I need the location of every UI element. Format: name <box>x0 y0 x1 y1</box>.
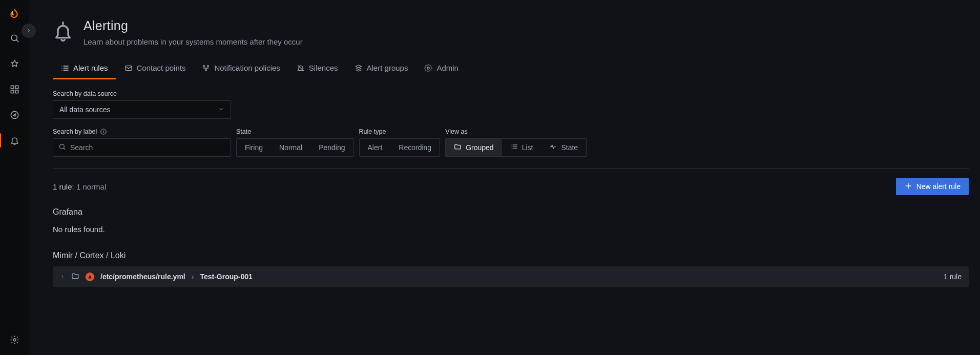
ruletype-segmented: Alert Recording <box>359 138 441 157</box>
rule-group-path: /etc/prometheus/rule.yml <box>100 273 185 281</box>
svg-point-11 <box>427 67 429 69</box>
nav-dashboards-icon[interactable] <box>4 79 25 99</box>
label-search-label: Search by label <box>53 128 231 135</box>
page-header: Alerting Learn about problems in your sy… <box>29 0 980 51</box>
nav-settings-icon[interactable] <box>4 329 25 350</box>
rule-group-row[interactable]: /etc/prometheus/rule.yml › Test-Group-00… <box>53 266 969 287</box>
rules-summary: 1 rule: 1 normal <box>53 182 106 191</box>
summary-count: 1 rule: <box>53 182 74 191</box>
label-search-input[interactable] <box>70 143 225 152</box>
new-alert-rule-button[interactable]: New alert rule <box>896 178 969 195</box>
main-content: Alerting Learn about problems in your sy… <box>29 0 980 355</box>
rule-group-name: Test-Group-001 <box>200 273 252 281</box>
svg-rect-1 <box>11 86 14 89</box>
tab-admin[interactable]: Admin <box>416 58 467 79</box>
svg-point-10 <box>205 69 207 71</box>
filters-panel: Search by data source All data sources S… <box>41 80 980 297</box>
datasource-label: Search by data source <box>53 90 969 97</box>
tab-notification-policies[interactable]: Notification policies <box>194 58 288 79</box>
new-alert-rule-label: New alert rule <box>916 182 961 191</box>
state-option-normal[interactable]: Normal <box>271 139 310 156</box>
nav-explore-icon[interactable] <box>4 105 25 125</box>
svg-rect-2 <box>15 86 18 89</box>
folder-icon <box>454 143 462 152</box>
view-option-grouped[interactable]: Grouped <box>446 139 502 156</box>
prometheus-icon <box>86 273 94 281</box>
tab-label: Contact points <box>137 64 186 72</box>
view-label: View as <box>445 128 587 135</box>
section-grafana-title: Grafana <box>53 207 969 217</box>
tab-label: Silences <box>309 64 338 72</box>
chevron-right-icon <box>60 273 65 281</box>
ruletype-label: Rule type <box>359 128 441 135</box>
info-icon <box>100 128 107 135</box>
ruletype-option-alert[interactable]: Alert <box>360 139 391 156</box>
bell-icon <box>53 22 73 42</box>
tab-label: Alert groups <box>367 64 408 72</box>
search-icon <box>58 143 66 152</box>
svg-point-9 <box>207 65 209 67</box>
ruletype-option-recording[interactable]: Recording <box>390 139 440 156</box>
tab-label: Admin <box>436 64 458 72</box>
list-icon <box>510 143 518 152</box>
nav-sidebar <box>0 0 29 355</box>
section-grafana-empty: No rules found. <box>53 225 969 234</box>
tab-bar: Alert rules Contact points Notification … <box>29 51 980 80</box>
plus-icon <box>904 182 912 192</box>
tab-alert-groups[interactable]: Alert groups <box>346 58 416 79</box>
grafana-logo[interactable] <box>7 8 22 23</box>
state-option-pending[interactable]: Pending <box>310 139 353 156</box>
summary-normal: 1 normal <box>76 182 106 191</box>
page-title: Alerting <box>84 18 303 33</box>
svg-rect-3 <box>11 90 14 93</box>
nav-alerting-icon[interactable] <box>4 130 25 151</box>
state-option-firing[interactable]: Firing <box>237 139 271 156</box>
view-option-state[interactable]: State <box>541 139 586 156</box>
view-option-list[interactable]: List <box>502 139 541 156</box>
nav-search-icon[interactable] <box>4 28 25 48</box>
view-segmented: Grouped List State <box>445 138 587 157</box>
tab-silences[interactable]: Silences <box>288 58 346 79</box>
svg-rect-4 <box>15 90 18 93</box>
svg-point-13 <box>60 144 65 149</box>
nav-starred-icon[interactable] <box>4 53 25 74</box>
label-search-wrap[interactable] <box>53 138 231 157</box>
section-mimir-title: Mimir / Cortex / Loki <box>53 251 969 260</box>
svg-point-8 <box>203 65 205 67</box>
tab-alert-rules[interactable]: Alert rules <box>53 58 116 79</box>
divider <box>53 168 969 169</box>
state-segmented: Firing Normal Pending <box>236 138 354 157</box>
datasource-value: All data sources <box>59 106 111 114</box>
state-label: State <box>236 128 354 135</box>
breadcrumb-separator: › <box>192 273 194 281</box>
folder-icon <box>71 272 79 282</box>
rule-group-count: 1 rule <box>944 273 962 281</box>
page-subtitle: Learn about problems in your systems mom… <box>84 37 303 46</box>
tab-contact-points[interactable]: Contact points <box>116 58 194 79</box>
svg-point-6 <box>13 339 16 341</box>
datasource-select[interactable]: All data sources <box>53 100 231 119</box>
chevron-down-icon <box>218 106 224 114</box>
tab-label: Alert rules <box>73 64 108 72</box>
tab-label: Notification policies <box>214 64 280 72</box>
pulse-icon <box>549 143 557 152</box>
